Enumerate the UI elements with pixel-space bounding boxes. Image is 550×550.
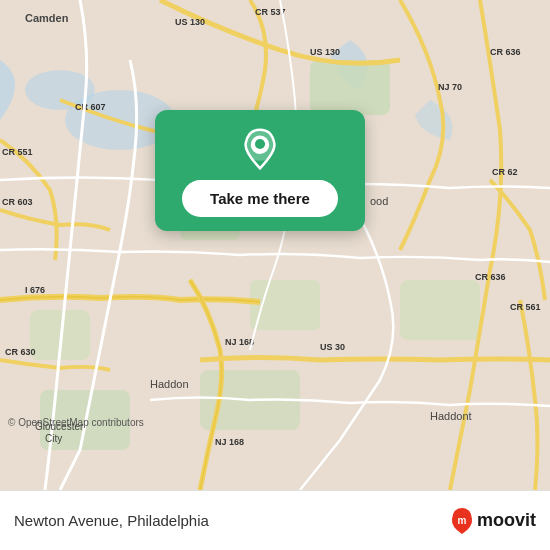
svg-text:US 30: US 30	[320, 342, 345, 352]
svg-text:CR 636: CR 636	[475, 272, 506, 282]
action-card[interactable]: Take me there	[155, 110, 365, 231]
svg-text:Camden: Camden	[25, 12, 69, 24]
svg-rect-5	[250, 280, 320, 330]
moovit-brand-text: moovit	[477, 510, 536, 531]
svg-text:NJ 168: NJ 168	[215, 437, 244, 447]
svg-text:NJ 70: NJ 70	[438, 82, 462, 92]
take-me-there-button[interactable]: Take me there	[182, 180, 338, 217]
map-container: I 676 NJ 168 NJ 168 US 130 US 130 US 30 …	[0, 0, 550, 490]
svg-text:CR 607: CR 607	[75, 102, 106, 112]
bottom-bar: Newton Avenue, Philadelphia m moovit	[0, 490, 550, 550]
svg-text:CR 561: CR 561	[510, 302, 541, 312]
moovit-logo-icon: m	[451, 507, 473, 535]
svg-text:Haddont: Haddont	[430, 410, 472, 422]
svg-text:CR 551: CR 551	[2, 147, 33, 157]
svg-text:m: m	[458, 515, 467, 526]
moovit-logo: m moovit	[451, 507, 536, 535]
svg-text:NJ 168: NJ 168	[225, 337, 254, 347]
location-label: Newton Avenue, Philadelphia	[14, 512, 209, 529]
svg-text:Haddon: Haddon	[150, 378, 189, 390]
svg-text:I 676: I 676	[25, 285, 45, 295]
svg-text:US 130: US 130	[310, 47, 340, 57]
svg-text:US 130: US 130	[175, 17, 205, 27]
svg-text:CR 636: CR 636	[490, 47, 521, 57]
svg-text:CR 62: CR 62	[492, 167, 518, 177]
location-pin-icon	[239, 128, 281, 170]
osm-credit: © OpenStreetMap contributors	[8, 417, 144, 428]
svg-point-34	[255, 139, 265, 149]
svg-rect-6	[400, 280, 480, 340]
svg-text:CR 630: CR 630	[5, 347, 36, 357]
svg-text:City: City	[45, 433, 62, 444]
svg-text:CR 603: CR 603	[2, 197, 33, 207]
svg-rect-3	[310, 60, 390, 115]
svg-text:ood: ood	[370, 195, 388, 207]
